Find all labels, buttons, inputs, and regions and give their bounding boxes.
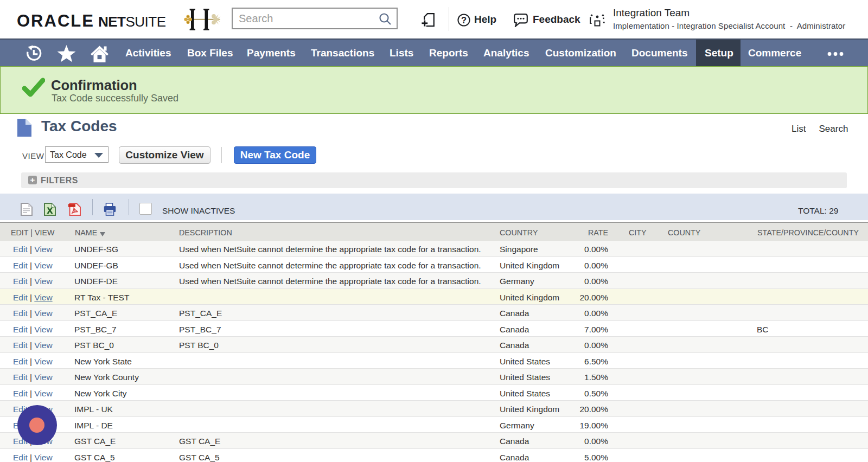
svg-text:?: ?: [461, 15, 467, 25]
